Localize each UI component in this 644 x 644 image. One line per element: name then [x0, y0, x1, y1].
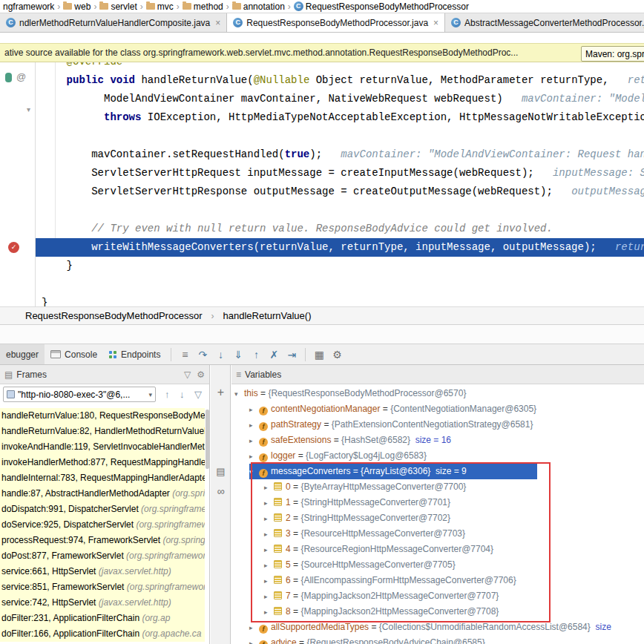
chevron-icon[interactable]: ▸ [264, 574, 274, 588]
step-over-icon[interactable]: ↷ [194, 349, 211, 361]
variable-row[interactable]: ▸4 = {ResourceRegionHttpMessageConverter… [231, 542, 644, 557]
chevron-icon[interactable]: ▸ [264, 527, 274, 542]
chevron-icon[interactable]: ▸ [249, 418, 259, 433]
chevron-icon[interactable]: ▾ [249, 464, 259, 479]
variable-row[interactable]: ▸fallSupportedMediaTypes = {Collections$… [231, 620, 644, 635]
debugger-settings-icon[interactable]: ⚙ [328, 349, 346, 361]
chevron-icon[interactable]: ▸ [249, 636, 259, 644]
stack-frame[interactable]: handle:87, AbstractHandlerMethodAdapter … [0, 486, 205, 502]
variable-row[interactable]: ▸fpathStrategy = {PathExtensionContentNe… [231, 417, 644, 433]
fold-arrow-icon[interactable]: ▾ [27, 105, 30, 114]
variable-row[interactable]: ▸fadvice = {RequestResponseBodyAdviceCha… [231, 635, 644, 644]
code-line[interactable]: public void handleReturnValue(@Nullable … [36, 71, 644, 90]
chevron-icon[interactable]: ▸ [249, 402, 259, 417]
breadcrumb-item-ngframework[interactable]: ngframework [1, 1, 56, 12]
gear-icon[interactable]: ⚙ [197, 369, 205, 380]
chevron-icon[interactable]: ▸ [264, 605, 274, 620]
code-line[interactable]: ServletServerHttpRequest inputMessage = … [36, 164, 644, 183]
breadcrumb-item-annotation[interactable]: annotation [231, 1, 286, 12]
code-line[interactable]: writeWithMessageConverters(returnValue, … [36, 238, 644, 257]
code-line[interactable]: } [36, 257, 644, 275]
close-icon[interactable]: × [215, 18, 220, 28]
breadcrumb-item-RequestResponseBodyMethodProcessor[interactable]: CRequestResponseBodyMethodProcessor [292, 1, 470, 12]
tab-console[interactable]: Console [45, 344, 103, 364]
chevron-icon[interactable]: ▸ [249, 620, 259, 635]
chevron-icon[interactable]: ▸ [264, 589, 274, 604]
chevron-icon[interactable]: ▸ [264, 558, 274, 573]
code-line[interactable] [36, 201, 644, 220]
stack-frame[interactable]: invokeAndHandle:119, ServletInvocableHan… [0, 439, 205, 455]
hide-frames-filter-icon[interactable]: ▽ [194, 389, 202, 400]
variable-row[interactable]: ▾this = {RequestResponseBodyMethodProces… [231, 386, 644, 401]
breadcrumb-item-method[interactable]: method [181, 1, 225, 12]
tab-endpoints[interactable]: Endpoints [103, 344, 166, 364]
variable-row[interactable]: ▸flogger = {LogFactory$Log4jLog@6583} [231, 448, 644, 464]
stack-frame[interactable]: doFilter:231, ApplicationFilterChain (or… [0, 611, 205, 626]
chevron-icon[interactable]: ▸ [264, 496, 274, 510]
code-area[interactable]: @Override public void handleReturnValue(… [36, 62, 644, 306]
stack-frame[interactable]: doPost:877, FrameworkServlet (org.spring… [0, 548, 205, 564]
next-frame-icon[interactable]: ↓ [180, 389, 185, 400]
variable-row[interactable]: ▸2 = {StringHttpMessageConverter@7702} [231, 510, 644, 526]
editor-tab[interactable]: CndlerMethodReturnValueHandlerComposite.… [0, 13, 227, 32]
stack-frame[interactable]: handleReturnValue:180, RequestResponseBo… [0, 408, 205, 424]
breadcrumb-class[interactable]: RequestResponseBodyMethodProcessor [24, 310, 203, 321]
stack-frame[interactable]: doService:925, DispatcherServlet (org.sp… [0, 517, 205, 533]
code-editor[interactable]: @ ▾ ✓ @Override public void handleReturn… [0, 62, 644, 306]
editor-tab[interactable]: CRequestResponseBodyMethodProcessor.java… [227, 13, 445, 32]
code-line[interactable] [36, 127, 644, 145]
frames-scrollbar-thumb[interactable] [206, 410, 209, 469]
filter-icon[interactable]: ▽ [184, 369, 191, 380]
breadcrumb-item-mvc[interactable]: mvc [145, 1, 175, 12]
editor-gutter[interactable]: @ ▾ ✓ [0, 62, 36, 306]
breadcrumb-item-servlet[interactable]: servlet [98, 1, 138, 12]
step-into-icon[interactable]: ↓ [211, 349, 229, 361]
variable-row[interactable]: ▸fsafeExtensions = {HashSet@6582} size =… [231, 433, 644, 448]
variable-row[interactable]: ▸6 = {AllEncompassingFormHttpMessageConv… [231, 573, 644, 588]
stack-frame[interactable]: service:742, HttpServlet (javax.servlet.… [0, 595, 205, 611]
variable-row[interactable]: ▸5 = {SourceHttpMessageConverter@7705} [231, 557, 644, 573]
step-out-icon[interactable]: ↑ [247, 349, 265, 361]
variable-row[interactable]: ▸3 = {ResourceHttpMessageConverter@7703} [231, 526, 644, 542]
stack-frame[interactable]: processRequest:974, FrameworkServlet (or… [0, 533, 205, 548]
code-line[interactable]: mavContainer.setRequestHandled(true); ma… [36, 145, 644, 164]
code-line[interactable]: throws IOException, HttpMediaTypeNotAcce… [36, 108, 644, 127]
code-line[interactable] [36, 275, 644, 294]
show-watches-icon[interactable]: ∞ [211, 485, 231, 497]
variable-row[interactable]: ▾fmessageConverters = {ArrayList@6306} s… [231, 464, 644, 479]
chevron-icon[interactable]: ▸ [249, 433, 259, 448]
variable-row[interactable]: ▸fcontentNegotiationManager = {ContentNe… [231, 401, 644, 417]
chevron-icon[interactable]: ▸ [249, 449, 259, 464]
close-icon[interactable]: × [433, 18, 438, 28]
override-marker-icon[interactable] [5, 73, 12, 82]
breadcrumb-method[interactable]: handleReturnValue() [221, 310, 312, 321]
stack-frame[interactable]: service:851, FrameworkServlet (org.sprin… [0, 579, 205, 595]
stack-frame[interactable]: handleInternal:783, RequestMappingHandle… [0, 470, 205, 486]
add-watch-icon[interactable]: + [211, 386, 231, 399]
chevron-icon[interactable]: ▸ [264, 480, 274, 495]
editor-tab[interactable]: CAbstractMessageConverterMethodProcessor… [445, 13, 644, 32]
code-line[interactable]: ServletServerHttpResponse outputMessage … [36, 183, 644, 201]
variable-row[interactable]: ▸8 = {MappingJackson2HttpMessageConverte… [231, 604, 644, 620]
code-line[interactable]: ModelAndViewContainer mavContainer, Nati… [36, 90, 644, 108]
stack-frame[interactable]: handleReturnValue:82, HandlerMethodRetur… [0, 424, 205, 439]
breakpoint-hit-icon[interactable]: ✓ [8, 242, 19, 253]
chevron-icon[interactable]: ▸ [264, 511, 274, 526]
view-breakpoints-icon[interactable]: ▦ [310, 349, 328, 361]
chevron-icon[interactable]: ▸ [264, 542, 274, 557]
stack-frame[interactable]: service:661, HttpServlet (javax.servlet.… [0, 564, 205, 579]
duplicate-watch-icon[interactable]: ▤ [211, 466, 231, 477]
layout-menu-icon[interactable]: ≡ [176, 349, 194, 361]
source-selector-dropdown[interactable]: Maven: org.spring ▾ [581, 46, 644, 62]
variable-row[interactable]: ▸1 = {StringHttpMessageConverter@7701} [231, 495, 644, 510]
variable-row[interactable]: ▸7 = {MappingJackson2HttpMessageConverte… [231, 588, 644, 604]
stack-frame[interactable]: invokeHandlerMethod:877, RequestMappingH… [0, 455, 205, 470]
run-to-cursor-icon[interactable]: ⇥ [283, 349, 300, 361]
force-step-into-icon[interactable]: ⇓ [229, 349, 247, 361]
code-line[interactable]: // Try even with null return value. Resp… [36, 220, 644, 238]
chevron-icon[interactable]: ▾ [234, 387, 244, 401]
variable-row[interactable]: ▸0 = {ByteArrayHttpMessageConverter@7700… [231, 479, 644, 495]
code-line[interactable]: @Override [36, 62, 644, 71]
stack-frame[interactable]: doDispatch:991, DispatcherServlet (org.s… [0, 502, 205, 517]
breadcrumb-item-web[interactable]: web [62, 1, 92, 12]
